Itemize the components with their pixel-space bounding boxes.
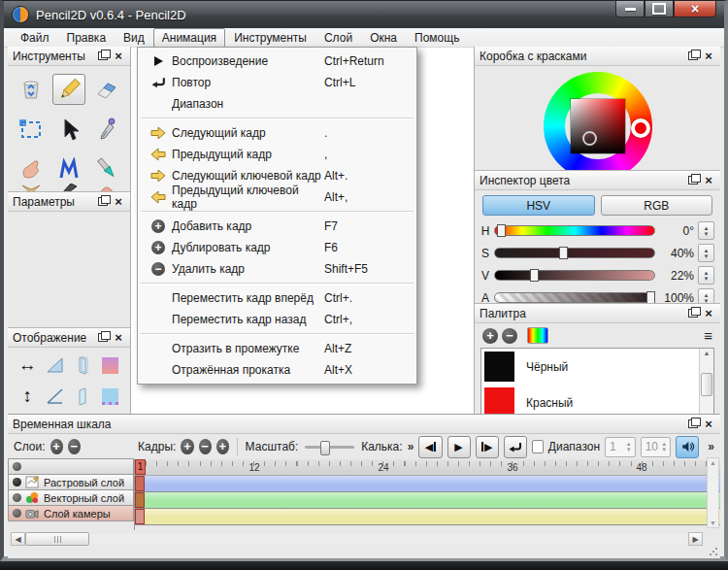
flip-horizontal-button[interactable]: ↔	[17, 355, 38, 375]
select-tool-button[interactable]	[15, 114, 48, 145]
visibility-dot-icon[interactable]	[13, 509, 21, 518]
visibility-dot-icon[interactable]	[13, 478, 21, 486]
onion-overflow-chevron[interactable]: »	[408, 440, 414, 453]
play-button[interactable]: ▶	[447, 436, 471, 458]
duplicate-frame-button[interactable]: +	[216, 439, 229, 454]
clear-tool-button[interactable]	[15, 74, 48, 105]
hue-slider-handle[interactable]	[497, 224, 506, 237]
value-slider-handle[interactable]	[530, 269, 539, 282]
onion-prev-button[interactable]	[100, 355, 121, 375]
palette-close-button[interactable]: ×	[702, 307, 715, 319]
keyframe-cell[interactable]	[135, 509, 145, 524]
layer-row-camera[interactable]: Слой камеры	[8, 505, 134, 521]
display-float-button[interactable]	[96, 331, 110, 344]
finger-tool-button[interactable]	[90, 183, 123, 191]
menu-item-flip-inbetween[interactable]: Отразить в промежутке Alt+Z	[139, 338, 415, 359]
scroll-left-button[interactable]: ◀	[11, 532, 25, 546]
timeline-zoom-slider[interactable]	[305, 440, 354, 453]
clone-pane-h-button[interactable]	[72, 355, 93, 375]
sv-selector[interactable]	[582, 131, 597, 146]
timeline-float-button[interactable]	[686, 418, 700, 430]
color-box-float-button[interactable]	[686, 50, 700, 62]
flip-vertical-button[interactable]: ↕	[17, 386, 38, 406]
hscroll-track[interactable]	[89, 534, 688, 544]
polyline-tool-button[interactable]	[52, 153, 85, 184]
menu-item-prev-frame[interactable]: Предыдущий кадр ,	[139, 144, 415, 165]
hscroll-thumb[interactable]	[25, 532, 89, 546]
saturation-slider[interactable]	[494, 248, 655, 258]
remove-layer-button[interactable]: −	[68, 439, 81, 454]
pencil-tool-button[interactable]	[52, 74, 85, 105]
mirror-v-button[interactable]	[45, 386, 66, 406]
color-box-close-button[interactable]: ×	[702, 50, 715, 62]
hand-tool-button[interactable]	[15, 153, 48, 184]
remove-color-button[interactable]: −	[502, 328, 517, 344]
inspector-close-button[interactable]: ×	[702, 174, 715, 186]
remove-frame-button[interactable]: −	[199, 439, 212, 454]
hue-slider[interactable]	[494, 225, 655, 236]
add-frame-button[interactable]: +	[181, 439, 193, 454]
menu-item-add-frame[interactable]: + Добавить кадр F7	[139, 216, 415, 237]
spinner-arrows[interactable]: ▲▼	[623, 441, 635, 453]
alpha-slider[interactable]	[494, 292, 655, 303]
menu-item-prev-keyframe[interactable]: Предыдущий ключевой кадр Alt+,	[139, 186, 415, 208]
tools-float-button[interactable]	[96, 50, 110, 62]
prev-frame-button[interactable]: ◀	[418, 436, 442, 458]
visibility-dot-icon[interactable]	[13, 493, 21, 502]
brush-tool-button[interactable]	[90, 153, 123, 184]
keyframe-cell[interactable]	[135, 476, 145, 491]
scrollbar-thumb[interactable]	[701, 373, 712, 396]
value-spinner[interactable]: ▲▼	[698, 266, 714, 285]
menu-view[interactable]: Вид	[115, 28, 153, 48]
ink-tool-button[interactable]	[52, 183, 85, 191]
menu-file[interactable]: Файл	[12, 28, 58, 48]
menu-item-duplicate-frame[interactable]: + Дублировать кадр F6	[139, 237, 415, 258]
keyframe-cell[interactable]	[135, 492, 145, 508]
resize-grip[interactable]	[709, 547, 718, 556]
timeline-horizontal-scrollbar[interactable]: ◀ ▶	[11, 532, 703, 546]
inspector-float-button[interactable]	[686, 174, 700, 186]
rgb-tab-button[interactable]: RGB	[601, 195, 713, 216]
track-vector[interactable]	[135, 492, 720, 509]
onion-next-button[interactable]	[100, 386, 121, 406]
smudge-tool-button[interactable]	[15, 183, 48, 191]
maximize-button[interactable]	[645, 1, 674, 17]
menu-help[interactable]: Помощь	[406, 28, 468, 48]
palette-swatch-row[interactable]: Чёрный	[481, 349, 699, 385]
timeline-vertical-scrollbar[interactable]: ▲ ▼	[707, 457, 719, 528]
color-swatch[interactable]	[484, 352, 514, 382]
menu-item-loop[interactable]: Повтор Ctrl+L	[139, 72, 415, 93]
close-button[interactable]: ×	[674, 1, 716, 17]
track-camera[interactable]	[135, 509, 720, 525]
hue-spinner[interactable]: ▲▼	[698, 221, 714, 240]
toolbar-overflow-chevron[interactable]: »	[708, 440, 714, 453]
value-slider[interactable]	[494, 270, 655, 281]
menu-item-move-frame-forward[interactable]: Переместить кадр вперёд Ctrl+.	[139, 287, 415, 309]
layer-row-raster[interactable]: Растровый слой	[8, 474, 134, 490]
move-tool-button[interactable]	[52, 114, 85, 145]
saturation-slider-handle[interactable]	[559, 247, 568, 259]
add-color-button[interactable]: +	[482, 328, 498, 344]
hsv-tab-button[interactable]: HSV	[482, 195, 595, 216]
alpha-slider-handle[interactable]	[646, 291, 655, 303]
current-frame-marker[interactable]: 1	[135, 459, 146, 475]
palette-menu-button[interactable]: ≡	[704, 331, 712, 341]
color-wheel[interactable]	[544, 72, 652, 170]
menu-item-move-frame-back[interactable]: Переместить кадр назад Ctrl+,	[139, 309, 415, 330]
menu-edit[interactable]: Правка	[58, 28, 116, 48]
range-end-spinbox[interactable]: 10 ▲▼	[641, 437, 672, 457]
display-close-button[interactable]: ×	[112, 331, 125, 344]
visibility-dot-icon[interactable]	[13, 462, 21, 471]
hue-selector[interactable]	[631, 118, 650, 138]
pen-tool-button[interactable]	[90, 114, 123, 145]
scroll-right-button[interactable]: ▶	[688, 532, 703, 546]
menu-item-play[interactable]: Воспроизведение Ctrl+Return	[139, 50, 415, 72]
sound-toggle-button[interactable]	[676, 436, 699, 458]
next-frame-button[interactable]: ▶	[476, 436, 499, 458]
menu-layer[interactable]: Слой	[315, 28, 361, 48]
clone-pane-v-button[interactable]	[72, 386, 93, 406]
menu-windows[interactable]: Окна	[361, 28, 406, 48]
color-dialog-button[interactable]	[527, 327, 548, 344]
saturation-spinner[interactable]: ▲▼	[698, 244, 714, 262]
frame-ruler[interactable]: 1 12 24 36 48	[135, 459, 720, 476]
